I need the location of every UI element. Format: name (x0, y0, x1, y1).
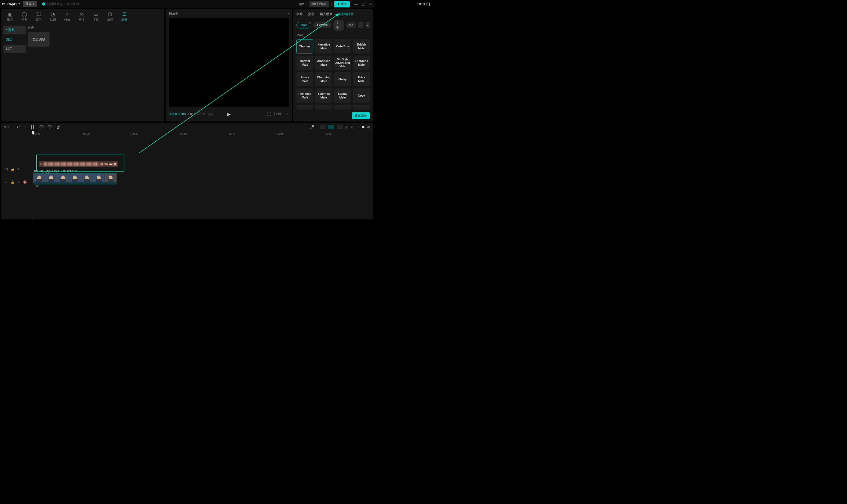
voice-thick-male[interactable]: Thick Male (353, 72, 370, 86)
delete-left-button[interactable]: ⌫ (38, 125, 44, 129)
mic-button[interactable]: 🎤 (310, 125, 314, 129)
more-icon[interactable]: ⋯ (30, 180, 33, 184)
video-clip[interactable] (33, 173, 117, 183)
crop-icon[interactable]: ⛶ (267, 112, 271, 116)
adjust-icon: ☰ (122, 12, 127, 17)
sidebar-item-adjust[interactable]: • 調整 (3, 26, 26, 34)
tab-import[interactable]: ▣匯入 (3, 11, 17, 22)
close-button[interactable]: ✕ (369, 2, 372, 6)
delete-button[interactable]: 🗑 (56, 125, 60, 129)
magnetic-button[interactable]: ◦-◦ (320, 125, 326, 129)
player-title: 播放器 (169, 12, 178, 16)
layout-icon[interactable]: ⊞▾ (299, 2, 304, 6)
voice-more[interactable] (334, 105, 351, 110)
play-button[interactable]: ▶ (227, 112, 231, 117)
voice-more[interactable] (315, 105, 332, 110)
maximize-button[interactable]: ▢ (362, 2, 365, 6)
voice-fussy-male[interactable]: Fussy male (296, 72, 313, 86)
playhead[interactable] (33, 131, 33, 219)
voice-thomas[interactable]: Thomas (296, 39, 313, 53)
voice-american-male[interactable]: American Male (315, 56, 332, 70)
marker-button[interactable]: ▭ (351, 125, 355, 129)
voice-normal-male[interactable]: Normal Male (296, 56, 313, 70)
filter-text[interactable]: 文字 (334, 20, 344, 31)
voice-old-style-advertising-male[interactable]: Old Style Advertising Male (334, 56, 351, 70)
tab-animation[interactable]: 插入動畫 (320, 12, 332, 16)
sidebar-item-lut[interactable]: LUT (3, 45, 26, 53)
sort-button[interactable]: ↓≡ (358, 22, 363, 28)
ruler-mark: 00:20 (132, 132, 139, 135)
shortcut-label: 快速鍵 (317, 2, 327, 6)
split-button[interactable]: ┃┃ (31, 125, 35, 129)
voice-steady-male[interactable]: Steady Male (334, 88, 351, 103)
cursor-tool[interactable]: ↖▾ (4, 125, 9, 129)
zoom-fit[interactable]: ⊕ (367, 125, 370, 129)
compare-icon[interactable]: ▤▤ (208, 113, 213, 116)
tab-filter[interactable]: ⌬濾鏡 (104, 11, 117, 22)
ruler-mark: 00:30 (180, 132, 187, 135)
lock-icon[interactable]: 🔒 (11, 167, 15, 171)
lock-icon[interactable]: 🔒 (11, 180, 15, 184)
video-track-icon[interactable]: ▭ (5, 180, 8, 184)
link-button[interactable]: ◦-◦ (328, 125, 334, 129)
keyboard-icon: ⌨ (311, 2, 316, 6)
inspector-tabs: 字幕 文字 插入動畫 文字轉語音 (296, 12, 370, 16)
mute-icon[interactable]: 🔇 (23, 180, 27, 184)
filter-me[interactable]: Me (346, 22, 356, 28)
tab-transition[interactable]: ⋈轉場 (75, 11, 88, 22)
zoom-slider-handle[interactable] (362, 126, 364, 128)
tab-caption[interactable]: 字幕 (296, 12, 303, 16)
filter-male[interactable]: Male (296, 22, 311, 28)
tab-label: 匯入 (7, 18, 13, 22)
sidebar-item-custom[interactable]: 自定 (3, 35, 26, 44)
undo-button[interactable]: ↶ (17, 125, 20, 129)
timeline-tracks[interactable]: 00:00 |00:10 |00:20 |00:30 |00:40 |00:50… (33, 131, 373, 219)
voice-cozy[interactable]: Cozy (353, 88, 370, 103)
voice-narrative-male[interactable]: Narrative Male (315, 39, 332, 53)
redo-button[interactable]: ↷ (23, 125, 27, 129)
minimize-button[interactable]: — (355, 2, 358, 6)
custom-adjust-card[interactable]: 自訂調整 (28, 32, 50, 47)
voice-energetic-male[interactable]: Energetic Male (353, 56, 370, 70)
audio-waveform (33, 182, 117, 184)
eye-icon[interactable]: 👁 (17, 167, 20, 171)
voice-cute-boy[interactable]: Cute Boy (334, 39, 351, 53)
menu-button[interactable]: 選單 ▾ (23, 1, 37, 7)
voice-feminine-male[interactable]: Feminine Male (296, 88, 313, 103)
shortcut-button[interactable]: ⌨ 快速鍵 (309, 1, 329, 7)
ruler-mark: 01:00 (326, 132, 332, 135)
timeline-ruler[interactable]: 00:00 |00:10 |00:20 |00:30 |00:40 |00:50… (33, 131, 373, 138)
preview-button[interactable]: ◦-◦ (337, 125, 343, 129)
tab-subtitle[interactable]: ▭字幕 (89, 11, 103, 22)
annotation-box (36, 155, 124, 172)
playhead-handle[interactable] (32, 131, 34, 134)
export-button[interactable]: ⬆ 匯出 (334, 1, 350, 7)
voice-flurry[interactable]: Flurry (334, 72, 351, 86)
voice-more[interactable] (296, 105, 313, 110)
voice-charming-male[interactable]: Charming Male (315, 72, 332, 86)
align-button[interactable]: ⊹ (345, 125, 348, 129)
tab-effects[interactable]: ✧特效 (60, 11, 74, 22)
tab-sticker[interactable]: ◔貼圖 (46, 11, 59, 22)
tab-adjust[interactable]: ☰調整 (118, 11, 131, 22)
fullscreen-icon[interactable]: ⤢ (286, 112, 289, 116)
voice-british-male[interactable]: British Male (353, 39, 370, 53)
generate-voice-button[interactable]: 產生語音 (352, 112, 370, 119)
voice-scientist-male[interactable]: Scientist Male (315, 88, 332, 103)
time-total: 00:00:17:08 (188, 112, 205, 116)
video-surface[interactable] (169, 18, 289, 107)
tab-text-style[interactable]: 文字 (308, 12, 314, 16)
ratio-button[interactable]: 比例 (274, 112, 282, 116)
tab-text[interactable]: TI文字 (32, 11, 45, 22)
tab-text-to-speech[interactable]: 文字轉語音 (338, 12, 354, 16)
filter-icon: ⌬ (108, 12, 112, 17)
zoom-out[interactable]: ○ (357, 125, 359, 129)
expand-button[interactable]: ▾ (365, 22, 370, 28)
menu-icon[interactable]: ≡ (288, 12, 289, 15)
voice-more[interactable] (353, 105, 370, 110)
eye-icon[interactable]: 👁 (17, 180, 20, 184)
text-track-icon[interactable]: TI (5, 167, 8, 172)
tab-audio[interactable]: ◯音樂 (18, 11, 31, 22)
filter-female[interactable]: Female (313, 22, 331, 28)
delete-right-button[interactable]: ⌦ (48, 125, 53, 129)
